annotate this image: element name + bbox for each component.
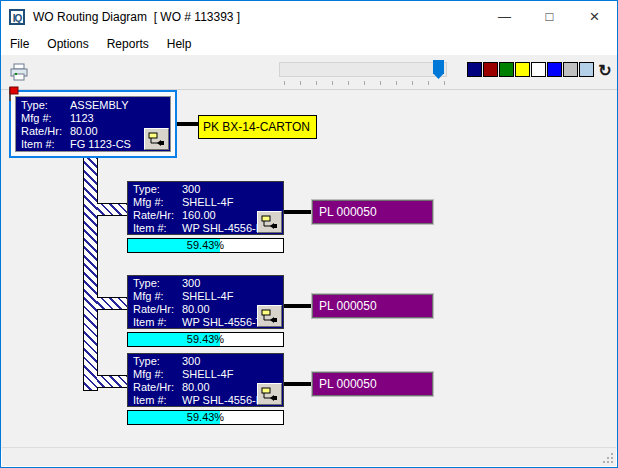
branch-connector-1 bbox=[97, 203, 127, 216]
routing-detail-button[interactable] bbox=[257, 383, 282, 405]
op2-type-value: 300 bbox=[182, 277, 200, 289]
wo-routing-window: IQ WO Routing Diagram [ WO # 113393 ] — … bbox=[0, 0, 618, 468]
menu-options[interactable]: Options bbox=[38, 34, 97, 54]
menu-file[interactable]: File bbox=[1, 34, 38, 54]
swatch-darkred[interactable] bbox=[483, 62, 498, 77]
field-label-rate: Rate/Hr: bbox=[133, 303, 182, 316]
branch-connector-2 bbox=[97, 297, 127, 310]
op1-mfg-value: SHELL-4F bbox=[182, 196, 233, 208]
routing-icon bbox=[261, 309, 278, 324]
op2-rate-value: 80.00 bbox=[182, 303, 210, 315]
swatch-gray[interactable] bbox=[563, 62, 578, 77]
field-label-mfg: Mfg #: bbox=[133, 196, 182, 209]
titlebar: IQ WO Routing Diagram [ WO # 113393 ] — … bbox=[1, 1, 617, 32]
routing-detail-button[interactable] bbox=[257, 305, 282, 327]
root-type-value: ASSEMBLY bbox=[70, 99, 129, 111]
window-title: WO Routing Diagram [ WO # 113393 ] bbox=[33, 10, 240, 24]
op3-rate-value: 80.00 bbox=[182, 381, 210, 393]
field-label-item: Item #: bbox=[133, 222, 182, 235]
routing-icon bbox=[148, 132, 165, 147]
operation-node-3[interactable]: Type:300 Mfg #:SHELL-4F Rate/Hr:80.00 It… bbox=[127, 353, 284, 407]
progress-label-1: 59.43% bbox=[128, 239, 283, 252]
menu-help[interactable]: Help bbox=[158, 34, 201, 54]
connector-op3-location bbox=[284, 382, 312, 386]
field-label-mfg: Mfg #: bbox=[133, 290, 182, 303]
swatch-blue[interactable] bbox=[547, 62, 562, 77]
root-operation-node[interactable]: Type:ASSEMBLY Mfg #:1123 Rate/Hr:80.00 I… bbox=[15, 96, 171, 152]
zoom-slider-track[interactable] bbox=[279, 62, 447, 77]
minimize-icon[interactable]: — bbox=[482, 1, 527, 32]
branch-connector-3 bbox=[97, 375, 127, 388]
progress-label-2: 59.43% bbox=[128, 333, 283, 346]
routing-canvas: Type:ASSEMBLY Mfg #:1123 Rate/Hr:80.00 I… bbox=[1, 90, 617, 450]
field-label-type: Type: bbox=[133, 355, 182, 368]
routing-detail-button[interactable] bbox=[257, 211, 282, 233]
field-label-rate: Rate/Hr: bbox=[21, 125, 70, 138]
field-label-item: Item #: bbox=[21, 138, 70, 151]
routing-detail-button[interactable] bbox=[144, 128, 169, 150]
field-label-mfg: Mfg #: bbox=[133, 368, 182, 381]
zoom-slider-ticks bbox=[284, 81, 445, 85]
field-label-rate: Rate/Hr: bbox=[133, 209, 182, 222]
location-node-3[interactable]: PL 000050 bbox=[312, 372, 433, 396]
menu-reports[interactable]: Reports bbox=[98, 34, 158, 54]
progress-bar-3: 59.43% bbox=[127, 410, 284, 425]
op2-mfg-value: SHELL-4F bbox=[182, 290, 233, 302]
close-icon[interactable]: × bbox=[572, 1, 617, 32]
swatch-white[interactable] bbox=[531, 62, 546, 77]
material-node[interactable]: PK BX-14-CARTON bbox=[198, 115, 317, 139]
refresh-icon[interactable]: ↻ bbox=[595, 59, 615, 83]
color-palette bbox=[467, 62, 595, 77]
progress-bar-1: 59.43% bbox=[127, 238, 284, 253]
toolbar: ↻ bbox=[1, 55, 617, 90]
field-label-type: Type: bbox=[21, 99, 70, 112]
field-label-type: Type: bbox=[133, 183, 182, 196]
connector-op1-location bbox=[284, 210, 312, 214]
operation-node-2[interactable]: Type:300 Mfg #:SHELL-4F Rate/Hr:80.00 It… bbox=[127, 275, 284, 329]
routing-icon bbox=[261, 387, 278, 402]
branch-trunk-connector bbox=[83, 158, 98, 391]
op1-item-value: WP SHL-4556-L bbox=[182, 222, 262, 234]
app-logo-iq-icon: IQ bbox=[9, 9, 25, 25]
op3-mfg-value: SHELL-4F bbox=[182, 368, 233, 380]
field-label-mfg: Mfg #: bbox=[21, 112, 70, 125]
printer-icon bbox=[9, 62, 29, 82]
swatch-green[interactable] bbox=[499, 62, 514, 77]
location-node-1[interactable]: PL 000050 bbox=[312, 200, 433, 224]
root-mfg-value: 1123 bbox=[70, 112, 94, 124]
print-button[interactable] bbox=[7, 60, 31, 84]
op1-type-value: 300 bbox=[182, 183, 200, 195]
field-label-rate: Rate/Hr: bbox=[133, 381, 182, 394]
swatch-yellow[interactable] bbox=[515, 62, 530, 77]
root-item-value: FG 1123-CS bbox=[70, 138, 131, 150]
routing-icon bbox=[261, 215, 278, 230]
swatch-navy[interactable] bbox=[467, 62, 482, 77]
location-node-2[interactable]: PL 000050 bbox=[312, 294, 433, 318]
op3-item-value: WP SHL-4556-B bbox=[182, 394, 263, 406]
statusbar bbox=[2, 447, 616, 466]
menubar: File Options Reports Help bbox=[1, 32, 617, 55]
field-label-type: Type: bbox=[133, 277, 182, 290]
maximize-icon[interactable]: □ bbox=[527, 1, 572, 32]
field-label-item: Item #: bbox=[133, 316, 182, 329]
connector-op2-location bbox=[284, 304, 312, 308]
swatch-lightblue[interactable] bbox=[579, 62, 594, 77]
op1-rate-value: 160.00 bbox=[182, 209, 216, 221]
operation-node-1[interactable]: Type:300 Mfg #:SHELL-4F Rate/Hr:160.00 I… bbox=[127, 181, 284, 235]
op2-item-value: WP SHL-4556-T bbox=[182, 316, 263, 328]
resize-grip[interactable] bbox=[602, 452, 614, 464]
op3-type-value: 300 bbox=[182, 355, 200, 367]
progress-label-3: 59.43% bbox=[128, 411, 283, 424]
window-controls: — □ × bbox=[482, 1, 617, 32]
connector-root-material bbox=[177, 122, 198, 126]
selected-node-highlight: Type:ASSEMBLY Mfg #:1123 Rate/Hr:80.00 I… bbox=[9, 90, 177, 158]
root-rate-value: 80.00 bbox=[70, 125, 98, 137]
field-label-item: Item #: bbox=[133, 394, 182, 407]
progress-bar-2: 59.43% bbox=[127, 332, 284, 347]
